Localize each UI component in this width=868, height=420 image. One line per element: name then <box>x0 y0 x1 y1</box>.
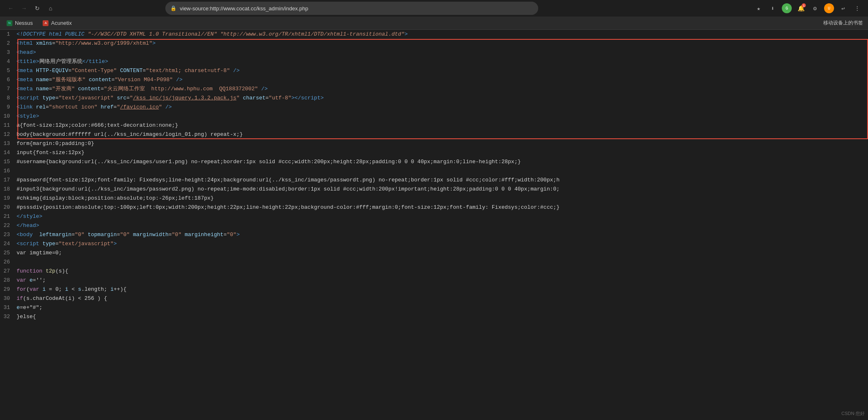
line-number-31: 31 <box>0 303 15 312</box>
back-alt-button[interactable]: ↩ <box>837 2 849 14</box>
bookmarks-bar: N Nessus A Acunetix 移动设备上的书签 <box>0 17 868 30</box>
source-area: 1<!DOCTYPE html PUBLIC "-//W3C//DTD XHTM… <box>0 30 868 403</box>
profile-avatar: G <box>782 3 792 13</box>
source-line-12: 12body{background:#ffffff url(../kss_inc… <box>0 130 868 139</box>
source-line-21: 21</style> <box>0 212 868 221</box>
line-number-9: 9 <box>0 103 15 112</box>
source-line-32: 32}else{ <box>0 312 868 321</box>
line-number-32: 32 <box>0 312 15 321</box>
source-line-8: 8<script type="text/javascript" src="/ks… <box>0 94 868 103</box>
source-line-22: 22</head> <box>0 221 868 230</box>
bookmark-acunetix[interactable]: A Acunetix <box>41 19 73 27</box>
source-line-1: 1<!DOCTYPE html PUBLIC "-//W3C//DTD XHTM… <box>0 30 868 39</box>
line-number-22: 22 <box>0 221 15 230</box>
source-line-29: 29for(var i = 0; i < s.length; i++){ <box>0 285 868 294</box>
line-number-15: 15 <box>0 157 15 167</box>
source-code: 1<!DOCTYPE html PUBLIC "-//W3C//DTD XHTM… <box>0 30 868 403</box>
line-content-19: #chkimg{display:block;position:absolute;… <box>15 194 868 203</box>
home-button[interactable]: ⌂ <box>45 2 56 14</box>
line-number-28: 28 <box>0 276 15 285</box>
menu-button[interactable]: ⋮ <box>851 2 863 14</box>
line-content-11: a{font-size:12px;color:#666;text-decorat… <box>15 121 868 130</box>
line-number-25: 25 <box>0 249 15 258</box>
nessus-favicon: N <box>7 20 12 26</box>
profile-circle-green[interactable]: G <box>781 2 793 14</box>
line-content-30: if(s.charCodeAt(i) < 256 ) { <box>15 294 868 303</box>
bookmark-star-button[interactable]: ★ <box>753 2 764 14</box>
line-number-26: 26 <box>0 258 15 267</box>
address-bar-container[interactable]: 🔒 view-source:http://www.cocat.cc/kss_ad… <box>165 2 538 15</box>
source-line-23: 23<body leftmargin="0" topmargin="0" mar… <box>0 230 868 239</box>
address-text: view-source:http://www.cocat.cc/kss_admi… <box>180 5 533 12</box>
line-number-4: 4 <box>0 57 15 66</box>
notification-badge: 1 <box>802 3 806 7</box>
line-content-5: <meta HTTP-EQUIV="Content-Type" CONTENT=… <box>15 66 868 75</box>
profile-orange[interactable]: U <box>823 2 835 14</box>
lock-icon: 🔒 <box>170 5 177 12</box>
line-number-6: 6 <box>0 75 15 84</box>
title-bar: ← → ↻ ⌂ 🔒 view-source:http://www.cocat.c… <box>0 0 868 17</box>
line-content-21: </style> <box>15 212 868 221</box>
line-content-1: <!DOCTYPE html PUBLIC "-//W3C//DTD XHTML… <box>15 30 868 39</box>
source-line-15: 15#username{background:url(../kss_inc/im… <box>0 157 868 167</box>
line-number-23: 23 <box>0 230 15 239</box>
source-line-13: 13form{margin:0;padding:0} <box>0 139 868 148</box>
source-line-2: 2<html xmlns="http://www.w3.org/1999/xht… <box>0 39 868 48</box>
reload-button[interactable]: ↻ <box>31 2 43 14</box>
nessus-label: Nessus <box>15 20 33 26</box>
line-number-30: 30 <box>0 294 15 303</box>
line-content-10: <style> <box>15 112 868 121</box>
source-line-17: 17#password{font-size:12px;font-family: … <box>0 176 868 185</box>
csdn-watermark: CSDN·您好 <box>841 410 865 417</box>
line-content-3: <head> <box>15 48 868 57</box>
line-number-8: 8 <box>0 94 15 103</box>
line-number-1: 1 <box>0 30 15 39</box>
line-content-23: <body leftmargin="0" topmargin="0" margi… <box>15 230 868 239</box>
line-content-6: <meta name="服务端版本" content="Version M04-… <box>15 75 868 84</box>
line-content-14: input{font-size:12px} <box>15 148 868 157</box>
line-number-13: 13 <box>0 139 15 148</box>
line-number-27: 27 <box>0 267 15 276</box>
line-content-9: <link rel="shortcut icon" href="/favicon… <box>15 103 868 112</box>
line-content-29: for(var i = 0; i < s.length; i++){ <box>15 285 868 294</box>
extensions-button[interactable]: ⚙ <box>809 2 821 14</box>
source-line-7: 7<meta name="开发商" content="火云网络工作室 http:… <box>0 84 868 94</box>
source-line-10: 10<style> <box>0 112 868 121</box>
line-content-27: function t2p(s){ <box>15 267 868 276</box>
line-number-19: 19 <box>0 194 15 203</box>
line-content-31: e=e+"#"; <box>15 303 868 312</box>
source-line-11: 11a{font-size:12px;color:#666;text-decor… <box>0 121 868 130</box>
line-content-24: <script type="text/javascript"> <box>15 239 868 249</box>
forward-button[interactable]: → <box>18 2 30 14</box>
line-number-18: 18 <box>0 185 15 194</box>
bookmark-nessus[interactable]: N Nessus <box>5 19 34 27</box>
source-line-6: 6<meta name="服务端版本" content="Version M04… <box>0 75 868 84</box>
source-line-14: 14input{font-size:12px} <box>0 148 868 157</box>
line-content-32: }else{ <box>15 312 868 321</box>
line-number-21: 21 <box>0 212 15 221</box>
back-button[interactable]: ← <box>5 2 17 14</box>
line-content-15: #username{background:url(../kss_inc/imag… <box>15 157 868 167</box>
browser-chrome: ← → ↻ ⌂ 🔒 view-source:http://www.cocat.c… <box>0 0 868 30</box>
download-button[interactable]: ⬇ <box>767 2 779 14</box>
source-line-27: 27function t2p(s){ <box>0 267 868 276</box>
line-content-18: #input3{background:url(../kss_inc/images… <box>15 185 868 194</box>
line-number-5: 5 <box>0 66 15 75</box>
toolbar-right: ★ ⬇ G 🔔 1 ⚙ U ↩ ⋮ <box>753 2 863 14</box>
line-content-2: <html xmlns="http://www.w3.org/1999/xhtm… <box>15 39 868 48</box>
source-line-28: 28var e=''; <box>0 276 868 285</box>
line-content-13: form{margin:0;padding:0} <box>15 139 868 148</box>
source-line-19: 19#chkimg{display:block;position:absolut… <box>0 194 868 203</box>
notification-button[interactable]: 🔔 1 <box>795 2 807 14</box>
source-line-24: 24<script type="text/javascript"> <box>0 239 868 249</box>
line-content-17: #password{font-size:12px;font-family: Fi… <box>15 176 868 185</box>
line-content-20: #psssdiv{position:absolute;top:-100px;le… <box>15 203 868 212</box>
line-number-24: 24 <box>0 239 15 249</box>
source-line-18: 18#input3{background:url(../kss_inc/imag… <box>0 185 868 194</box>
bookmarks-right-label[interactable]: 移动设备上的书签 <box>823 19 863 27</box>
source-line-31: 31e=e+"#"; <box>0 303 868 312</box>
acunetix-label: Acunetix <box>51 20 72 26</box>
line-number-20: 20 <box>0 203 15 212</box>
source-line-4: 4<title>网络用户管理系统</title> <box>0 57 868 66</box>
line-content-12: body{background:#ffffff url(../kss_inc/i… <box>15 130 868 139</box>
